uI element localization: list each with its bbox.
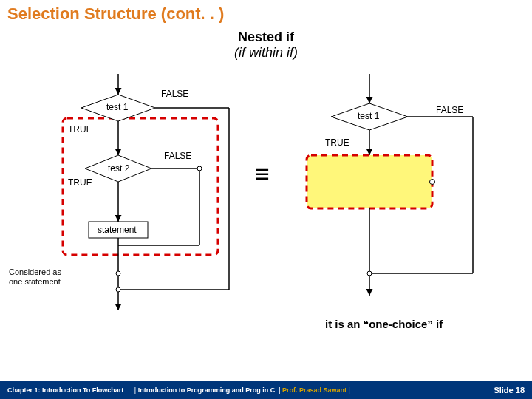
right-test1-label: test 1 bbox=[358, 111, 379, 121]
subtitle-2: (if within if) bbox=[0, 45, 532, 61]
left-true1-label: TRUE bbox=[68, 124, 92, 134]
svg-point-25 bbox=[430, 180, 435, 185]
left-false2-label: FALSE bbox=[164, 151, 191, 161]
svg-rect-24 bbox=[307, 155, 432, 208]
right-false-label: FALSE bbox=[436, 105, 463, 115]
subtitle-block: Nested if (if within if) bbox=[0, 30, 532, 61]
considered-caption: Considered as one statement bbox=[9, 267, 61, 286]
footer-bar: Chapter 1: Introduction To Flowchart | I… bbox=[0, 381, 532, 399]
svg-point-15 bbox=[116, 271, 120, 276]
left-true2-label: TRUE bbox=[68, 177, 92, 188]
diagram-stage: test 1 FALSE TRUE test 2 FALSE TRUE stat… bbox=[0, 74, 532, 340]
footer-course-text: Introduction to Programming and Prog in … bbox=[138, 386, 276, 394]
footer-slide: Slide 18 bbox=[494, 386, 525, 395]
left-stmt-label: statement bbox=[98, 225, 137, 235]
svg-point-29 bbox=[367, 271, 372, 276]
footer-course: | Introduction to Programming and Prog i… bbox=[132, 386, 350, 394]
equivalence-symbol: ≡ bbox=[255, 160, 270, 188]
footer-chapter: Chapter 1: Introduction To Flowchart bbox=[7, 386, 123, 394]
footer-prof-label: Prof. bbox=[282, 386, 298, 394]
left-test1-label: test 1 bbox=[106, 102, 128, 112]
svg-point-10 bbox=[197, 166, 202, 171]
page-title: Selection Structure (cont. . ) bbox=[7, 4, 224, 24]
right-true-label: TRUE bbox=[325, 137, 349, 148]
footer-prof-name: Prasad Sawant bbox=[299, 386, 347, 394]
one-choice-caption: it is an “one-choice” if bbox=[325, 318, 443, 330]
left-false1-label: FALSE bbox=[161, 89, 188, 99]
subtitle-1: Nested if bbox=[0, 30, 532, 45]
svg-point-18 bbox=[116, 287, 120, 292]
left-test2-label: test 2 bbox=[108, 163, 129, 174]
